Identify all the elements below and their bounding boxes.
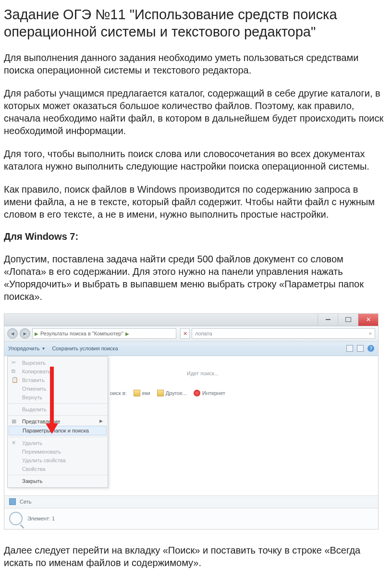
paste-icon: 📋 (12, 377, 18, 383)
paragraph: Как правило, поиск файлов в Windows прои… (4, 183, 388, 221)
save-search-button[interactable]: Сохранить условия поиска (52, 346, 118, 351)
help-button[interactable]: ? (368, 345, 374, 352)
forward-button[interactable]: ► (20, 328, 30, 339)
folder-icon (134, 390, 140, 396)
organize-button[interactable]: Упорядочить ▼ (8, 346, 45, 351)
explorer-body: ✂Вырезать ⧉Копировать 📋Вставить Отменить… (4, 356, 378, 495)
menu-item-remove-props[interactable]: Удалить свойства (8, 456, 108, 465)
search-icon (9, 512, 23, 525)
network-icon (9, 498, 16, 505)
menu-item-properties[interactable]: Свойства (8, 465, 108, 473)
search-loc-internet[interactable]: Интернет (194, 390, 225, 396)
paragraph: Для того, чтобы выполнить поиск слова ил… (4, 148, 388, 173)
clear-address-button[interactable]: ✕ (180, 328, 190, 339)
address-bar[interactable]: ▶ Результаты поиска в "Компьютер" ▶ (32, 328, 176, 339)
copy-icon: ⧉ (12, 368, 15, 374)
back-button[interactable]: ◄ (7, 328, 18, 339)
explorer-status-bar: Элемент: 1 (4, 508, 378, 529)
network-label[interactable]: Сеть (20, 499, 31, 505)
explorer-nav-footer: Сеть (4, 495, 378, 508)
paragraph: Для выполнения данного задания необходим… (4, 51, 388, 76)
preview-pane-button[interactable] (357, 345, 364, 352)
close-button[interactable] (358, 314, 378, 326)
paragraph: Для работы учащимся предлагается каталог… (4, 87, 388, 137)
menu-item-select-all[interactable]: Выделить (8, 405, 108, 414)
breadcrumb-arrow-icon: ▶ (35, 331, 38, 336)
menu-item-close[interactable]: Закрыть (8, 477, 108, 485)
page-title: Задание ОГЭ №11 "Использование средств п… (4, 6, 388, 41)
menu-item-view[interactable]: ▦Представление▶ (8, 417, 108, 426)
menu-item-delete[interactable]: ✕Удалить (8, 439, 108, 447)
opera-icon (194, 390, 200, 396)
window-titlebar (4, 314, 378, 326)
menu-item-cut[interactable]: ✂Вырезать (8, 358, 108, 367)
save-search-label: Сохранить условия поиска (52, 346, 118, 351)
status-item-count: Элемент: 1 (27, 516, 55, 521)
view-icon: ▦ (12, 418, 16, 424)
submenu-arrow-icon: ▶ (99, 419, 103, 423)
menu-item-undo[interactable]: Отменить (8, 384, 108, 393)
menu-item-folder-options[interactable]: Параметры папок и поиска (9, 426, 107, 435)
cut-icon: ✂ (12, 359, 16, 366)
subheading-win7: Для Windows 7: (4, 231, 388, 242)
search-loc-other[interactable]: Другое... (157, 390, 187, 396)
toolbar: Упорядочить ▼ Сохранить условия поиска ? (4, 342, 378, 356)
search-loc-libraries[interactable]: еки (134, 390, 150, 396)
menu-item-paste[interactable]: 📋Вставить (8, 376, 108, 384)
nav-bar: ◄ ► ▶ Результаты поиска в "Компьютер" ▶ … (4, 326, 378, 342)
chevron-down-icon: ▼ (41, 346, 45, 351)
menu-item-copy[interactable]: ⧉Копировать (8, 367, 108, 376)
win7-explorer-screenshot: ◄ ► ▶ Результаты поиска в "Компьютер" ▶ … (4, 313, 379, 530)
menu-item-redo[interactable]: Вернуть (8, 393, 108, 402)
folder-icon (157, 390, 164, 396)
address-text: Результаты поиска в "Компьютер" (40, 331, 123, 336)
delete-icon: ✕ (12, 440, 16, 446)
search-input[interactable]: лопата × (192, 328, 375, 339)
paragraph: Далее следует перейти на вкладку «Поиск»… (4, 544, 388, 569)
menu-item-rename[interactable]: Переименовать (8, 447, 108, 456)
paragraph: Допустим, поставлена задача найти среди … (4, 253, 388, 303)
organize-label: Упорядочить (8, 346, 39, 351)
organize-context-menu: ✂Вырезать ⧉Копировать 📋Вставить Отменить… (7, 356, 108, 488)
search-in-label: оиск в: (110, 390, 127, 396)
breadcrumb-arrow-icon: ▶ (125, 331, 129, 336)
search-again-in-row: оиск в: еки Другое... Интернет (110, 390, 225, 396)
view-mode-button[interactable] (346, 345, 353, 352)
minimize-button[interactable] (318, 314, 338, 326)
clear-search-icon[interactable]: × (369, 331, 372, 336)
search-value: лопата (195, 331, 212, 336)
maximize-button[interactable] (338, 314, 358, 326)
searching-status: Идет поиск... (187, 370, 219, 376)
